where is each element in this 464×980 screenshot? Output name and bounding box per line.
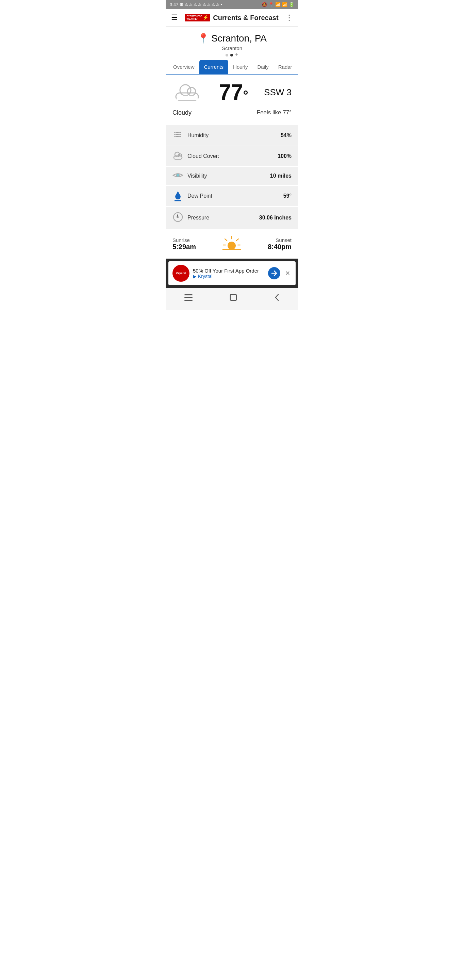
dew-point-label: Dew Point [188, 193, 212, 199]
status-grid-icon: ❊ [180, 2, 183, 7]
tab-radar[interactable]: Radar [273, 60, 297, 74]
weather-description-row: Cloudy Feels like 77° [172, 107, 292, 122]
sunset-block: Sunset 8:40pm [268, 237, 292, 251]
dot-indicator: • [221, 2, 222, 7]
ad-close-button[interactable]: ✕ [284, 268, 292, 278]
nav-title-area: EYEWITNESSWEATHER Currents & Forecast [185, 14, 278, 22]
temp-value: 77 [219, 80, 243, 105]
ad-action-button[interactable] [268, 267, 280, 279]
feels-like: Feels like 77° [257, 109, 292, 116]
pressure-label: Pressure [188, 215, 209, 221]
ad-banner: Krystal 50% Off Your First App Order ▶ K… [166, 259, 298, 288]
location-section: 📍 Scranton, PA Scranton + [166, 27, 298, 60]
pressure-icon [172, 212, 183, 224]
sun-icon [221, 235, 242, 253]
ad-play-icon: ▶ [193, 274, 197, 279]
ad-brand-text: Krystal [198, 274, 213, 279]
page-title: Currents & Forecast [213, 14, 278, 22]
location-pin-icon: 📍 [197, 33, 209, 44]
svg-point-19 [227, 242, 236, 250]
visibility-label: Visibility [188, 173, 207, 179]
svg-point-0 [180, 85, 191, 95]
status-bar: 3:47 ❊ ⚠ ⚠ ⚠ ⚠ ⚠ ⚠ ⚠ ⚠ • 🔕 📍 📶 📶 🔋 [166, 0, 298, 9]
tab-bar: Overview Currents Hourly Daily Radar › [166, 60, 298, 75]
visibility-value: 10 miles [270, 173, 292, 179]
home-button[interactable] [223, 292, 244, 305]
sunrise-block: Sunrise 5:29am [172, 237, 196, 251]
wind-display: SSW 3 [264, 87, 292, 98]
current-weather-section: 77° SSW 3 Cloudy Feels like 77° [166, 75, 298, 125]
weather-main: 77° SSW 3 [172, 81, 292, 103]
svg-rect-22 [221, 250, 242, 252]
dew-point-icon [172, 191, 183, 202]
battery-icon: 🔋 [289, 2, 294, 7]
visibility-row: Visibility 10 miles [166, 167, 298, 186]
back-button[interactable] [267, 292, 286, 305]
dew-point-value: 59° [283, 193, 292, 199]
location-icon: 📍 [269, 2, 274, 7]
cloud-cover-value: 100% [278, 153, 292, 159]
ad-inner[interactable]: Krystal 50% Off Your First App Order ▶ K… [168, 261, 296, 285]
dew-point-row: Dew Point 59° [166, 186, 298, 207]
tab-scroll-right[interactable]: › [297, 60, 298, 74]
svg-line-16 [225, 239, 227, 240]
mute-icon: 🔕 [262, 2, 267, 7]
sunset-label: Sunset [268, 237, 292, 243]
app-logo: EYEWITNESSWEATHER [185, 14, 210, 21]
location-sub: Scranton [171, 45, 293, 51]
pagination-dots: + [171, 54, 293, 56]
sunrise-label: Sunrise [172, 237, 196, 243]
signal-icon: 📶 [282, 2, 288, 7]
add-location-button[interactable]: + [235, 53, 238, 56]
ad-text: 50% Off Your First App Order ▶ Krystal [193, 268, 265, 279]
svg-point-8 [176, 174, 180, 177]
humidity-label: Humidity [188, 132, 208, 138]
svg-point-13 [177, 216, 179, 218]
temp-unit: ° [243, 88, 248, 102]
bottom-nav [166, 288, 298, 310]
sun-times-row: Sunrise 5:29am Sunset 8:40pm [166, 229, 298, 259]
svg-line-15 [237, 239, 238, 240]
humidity-row: Humidity 54% [166, 125, 298, 146]
svg-rect-3 [176, 95, 198, 100]
visibility-icon [172, 172, 183, 180]
cloud-cover-icon [172, 151, 183, 161]
weather-condition-icon [172, 82, 203, 102]
svg-rect-27 [230, 294, 237, 301]
humidity-icon [172, 130, 183, 141]
location-name: 📍 Scranton, PA [171, 33, 293, 44]
city-name: Scranton, PA [211, 33, 267, 44]
svg-rect-25 [184, 297, 192, 298]
sunrise-time: 5:29am [172, 243, 196, 251]
condition-label: Cloudy [172, 109, 192, 116]
tab-daily[interactable]: Daily [253, 60, 273, 74]
svg-rect-24 [184, 294, 192, 295]
svg-rect-7 [175, 157, 181, 159]
status-time: 3:47 [170, 2, 178, 7]
svg-point-1 [188, 88, 195, 95]
temperature-display: 77° [219, 81, 248, 103]
svg-rect-26 [184, 300, 192, 301]
pressure-row: Pressure 30.06 inches [166, 207, 298, 229]
tab-currents[interactable]: Currents [199, 60, 229, 74]
hamburger-menu[interactable]: ☰ [171, 13, 178, 22]
ad-logo: Krystal [172, 265, 189, 282]
top-nav: ☰ EYEWITNESSWEATHER Currents & Forecast … [166, 9, 298, 27]
ad-offer-text: 50% Off Your First App Order [193, 268, 265, 274]
warning-icons: ⚠ ⚠ ⚠ ⚠ ⚠ ⚠ ⚠ ⚠ [185, 2, 219, 7]
cloud-cover-label: Cloud Cover: [188, 153, 219, 159]
cloud-cover-row: Cloud Cover: 100% [166, 146, 298, 167]
more-options-button[interactable]: ⋮ [285, 13, 293, 22]
tab-hourly[interactable]: Hourly [228, 60, 253, 74]
pressure-value: 30.06 inches [259, 215, 292, 221]
humidity-value: 54% [281, 132, 292, 138]
dot-1[interactable] [226, 54, 228, 56]
dot-2[interactable] [230, 54, 233, 56]
tab-overview[interactable]: Overview [168, 60, 199, 74]
sunset-time: 8:40pm [268, 243, 292, 251]
wifi-icon: 📶 [275, 2, 281, 7]
recents-button[interactable] [178, 292, 199, 305]
